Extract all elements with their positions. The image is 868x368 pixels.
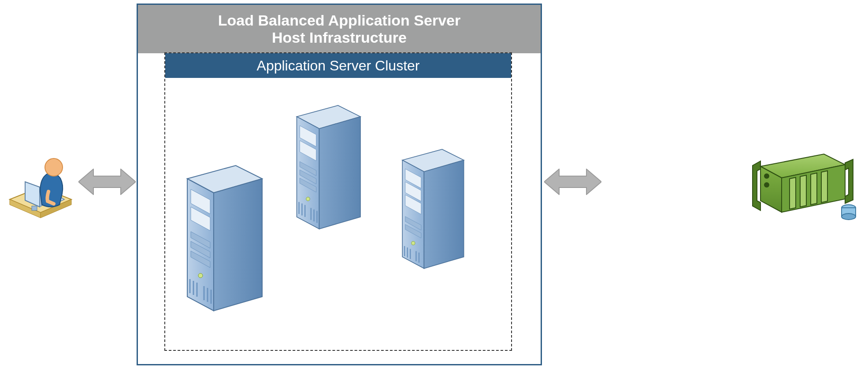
backend-device-icon — [749, 150, 859, 224]
svg-marker-60 — [800, 175, 806, 207]
svg-point-23 — [198, 273, 203, 278]
svg-marker-53 — [544, 169, 601, 195]
svg-marker-11 — [214, 179, 262, 311]
svg-point-38 — [306, 197, 310, 201]
user-workstation-icon — [5, 143, 76, 222]
svg-point-7 — [45, 158, 63, 176]
arrow-user-to-cluster — [78, 167, 136, 196]
host-infrastructure-box: Load Balanced Application Server Host In… — [137, 4, 542, 365]
svg-point-58 — [764, 182, 769, 188]
svg-marker-59 — [790, 177, 796, 209]
server-tower-icon — [183, 161, 267, 315]
svg-marker-62 — [821, 171, 827, 202]
server-tower-icon — [293, 102, 364, 233]
svg-rect-5 — [32, 206, 37, 210]
cluster-box: Application Server Cluster — [164, 52, 512, 351]
svg-marker-8 — [78, 169, 136, 195]
svg-marker-41 — [424, 160, 464, 269]
svg-marker-26 — [319, 117, 361, 229]
svg-point-57 — [764, 173, 769, 179]
svg-marker-61 — [811, 173, 817, 205]
svg-point-65 — [842, 213, 856, 220]
host-title: Load Balanced Application Server Host In… — [138, 5, 541, 53]
diagram-canvas: Load Balanced Application Server Host In… — [0, 0, 868, 368]
cluster-title: Application Server Cluster — [165, 53, 511, 78]
arrow-cluster-to-backend — [544, 167, 601, 196]
server-tower-icon — [399, 146, 467, 272]
svg-point-52 — [412, 241, 415, 245]
